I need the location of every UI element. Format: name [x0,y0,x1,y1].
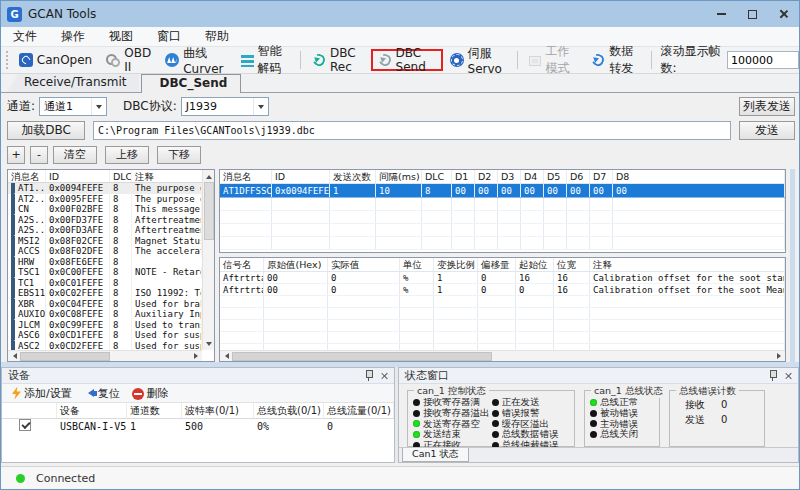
send-button[interactable]: 发送 [739,121,795,140]
tab-dbc-send[interactable]: DBC_Send [141,74,241,93]
table-row[interactable]: XBR0x0C04FEFE8Used for brake c [8,299,202,310]
column-header[interactable]: D5 [544,170,567,183]
scroll-right-icon[interactable] [773,350,785,362]
table-row[interactable]: TSC10x0C00FEFE8NOTE - Retarder [8,267,202,278]
tab-receive-transmit[interactable]: Receive/Transmit [7,74,139,92]
table-row[interactable]: HRW0x08FE6EFE8 [8,257,202,268]
column-header[interactable]: 起始位 [516,258,554,271]
channel-select[interactable]: 通道1 [39,97,107,116]
table-row[interactable]: AUXIO50x0C08FEFE8Auxiliary Input/ [8,309,202,320]
column-header[interactable]: D1 [452,170,475,183]
expand-arrow-icon[interactable] [11,225,15,236]
toolbar-button-obd-ii[interactable]: OBD II [99,49,158,71]
table-row[interactable]: AT2...0x0095FEFE8The purpose of t [8,194,202,205]
expand-arrow-icon[interactable] [11,257,15,268]
column-header[interactable]: 消息名 [8,170,46,182]
table-row[interactable]: MSI20x08F02CFE8Magnet Status In [8,236,202,247]
table-row[interactable]: A2S...0x00FD37FE8Aftertreatment 2 [8,215,202,226]
toolbar-button-dbc-rec[interactable]: DBC Rec [305,49,371,71]
expand-arrow-icon[interactable] [11,320,15,331]
column-header[interactable]: ID [272,170,330,183]
pin-icon[interactable] [768,370,777,381]
column-header[interactable]: D8 [613,170,785,183]
pin-icon[interactable] [364,370,373,381]
close-icon[interactable] [784,372,792,380]
scroll-up-icon[interactable] [203,170,215,182]
toolbar-button-canopen[interactable]: CanOpen [12,49,99,71]
column-header[interactable]: 位宽 [554,258,590,271]
expand-arrow-icon[interactable] [11,236,15,247]
column-header[interactable]: 原始值(Hex) [264,258,328,271]
toolbar-button-delete[interactable]: 删除 [126,384,175,402]
maximize-button[interactable] [737,1,768,27]
table-row[interactable]: Aftrtrtan...000%10016Calibration offset … [220,284,785,296]
toolbar-button-curver[interactable]: 曲线Curver [158,49,233,71]
scroll-down-icon[interactable] [203,338,215,350]
edit-button-add[interactable]: + [7,146,25,164]
toolbar-button-dbc-send[interactable]: DBC Send [371,49,443,71]
table-row[interactable]: Aftrtrtan...000%101616Calibration offset… [220,272,785,284]
tab-can1-status[interactable]: Can1 状态 [402,448,469,462]
vertical-scrollbar[interactable] [202,170,214,350]
column-header[interactable]: ID [46,170,110,182]
toolbar-button-servo[interactable]: 伺服Servo [443,49,514,71]
column-header[interactable]: D6 [567,170,590,183]
expand-arrow-icon[interactable] [11,299,15,310]
table-row[interactable]: ACCS0x08F02DFE8The acceleration [8,246,202,257]
scrollbar-thumb[interactable] [20,352,110,361]
expand-arrow-icon[interactable] [11,183,15,194]
load-dbc-button[interactable]: 加载DBC [7,121,85,140]
edit-button-move-down[interactable]: 下移 [157,146,201,164]
column-header[interactable]: DLC [422,170,452,183]
column-header[interactable]: D4 [521,170,544,183]
expand-arrow-icon[interactable] [11,267,15,278]
toolbar-button-reset[interactable]: 复位 [78,384,126,402]
menu-item-file[interactable]: 文件 [1,27,49,46]
table-row[interactable]: CN0x00F02BFE8This message is [8,204,202,215]
horizontal-scrollbar[interactable] [8,350,202,361]
column-header[interactable]: 设备 [57,403,127,418]
column-header[interactable]: 消息名 [220,170,272,183]
column-header[interactable]: 实际值 [328,258,400,271]
column-header[interactable]: 间隔(ms) [376,170,422,183]
table-row[interactable]: AT1DFFSSC0x0094FEFE11080000000000000000 [220,184,785,198]
toolbar-button-work-mode[interactable]: 工作模式 [522,49,584,71]
table-row[interactable]: EBS110x0C02FEFE8ISO 11992: Towin [8,288,202,299]
menu-item-help[interactable]: 帮助 [193,27,241,46]
scrollbar-thumb[interactable] [204,182,214,240]
row-checkbox[interactable] [19,419,31,431]
scroll-left-icon[interactable] [220,350,232,362]
menu-item-window[interactable]: 窗口 [145,27,193,46]
edit-button-clear[interactable]: 清空 [53,146,97,164]
expand-arrow-icon[interactable] [11,278,15,289]
column-header[interactable]: 偏移量 [478,258,516,271]
expand-arrow-icon[interactable] [11,288,15,299]
toolbar-button-add-settings[interactable]: 添加/设置 [6,384,78,402]
menu-item-view[interactable]: 视图 [97,27,145,46]
toolbar-button-smart-decode[interactable]: 智能解码 [234,49,296,71]
column-header[interactable]: 单位 [400,258,434,271]
table-row[interactable]: ASC60x0CD1FEFE8Used for suspens [8,330,202,341]
close-button[interactable] [768,1,799,27]
expand-arrow-icon[interactable] [11,215,15,226]
horizontal-scrollbar[interactable] [220,350,785,361]
scroll-left-icon[interactable] [8,350,20,362]
column-header[interactable]: 信号名 [220,258,264,271]
column-header[interactable]: 变换比例 [434,258,478,271]
scrollbar-thumb[interactable] [232,352,492,361]
list-send-button[interactable]: 列表发送 [739,97,795,116]
scroll-right-icon[interactable] [190,350,202,362]
close-icon[interactable] [380,372,388,380]
menu-item-operation[interactable]: 操作 [49,27,97,46]
protocol-select[interactable]: J1939 [181,97,269,116]
toolbar-grip[interactable] [6,51,9,69]
column-header[interactable]: D3 [498,170,521,183]
column-header[interactable]: D7 [590,170,613,183]
column-header[interactable]: 波特率(0/1) [182,403,254,418]
table-row[interactable]: JLCM0x0C99FEFE8Used to transfer [8,320,202,331]
column-header[interactable]: D2 [475,170,498,183]
column-header[interactable]: 通道数 [127,403,182,418]
column-header[interactable] [2,403,57,418]
edit-button-move-up[interactable]: 上移 [105,146,149,164]
column-header[interactable]: 总线流量(0/1) [324,403,394,418]
